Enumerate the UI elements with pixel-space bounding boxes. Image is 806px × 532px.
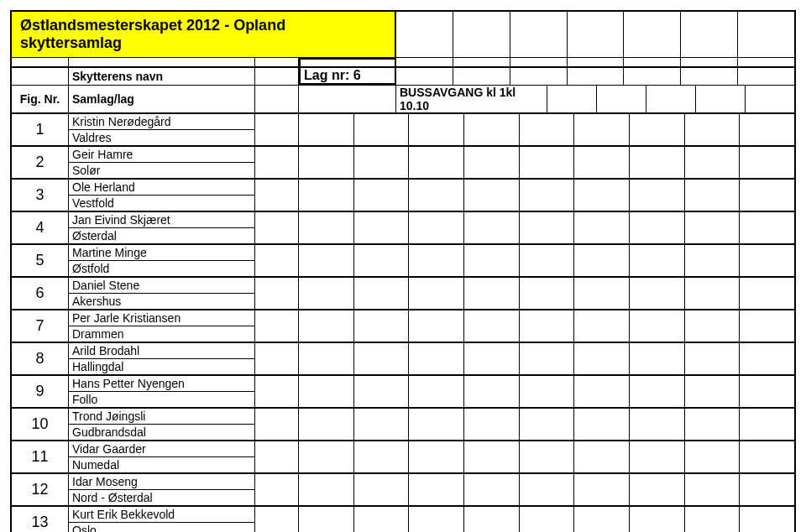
- shooter-name: Arild Brodahl: [69, 343, 254, 359]
- grid-cell: [354, 180, 410, 211]
- col-header-name: Skytterens navn: [69, 68, 255, 85]
- shooter-name: Jan Eivind Skjæret: [69, 212, 254, 228]
- shooter-club: Oslo: [69, 523, 254, 532]
- grid-cell: [409, 212, 464, 243]
- grid-cell: [630, 278, 685, 309]
- shooter-club: Numedal: [69, 457, 254, 472]
- row-grid: [299, 474, 794, 505]
- row-flag: [255, 278, 299, 309]
- grid-cell: [740, 507, 794, 532]
- grid-cell: [574, 114, 630, 145]
- grid-cell: [464, 212, 520, 243]
- grid-cell: [510, 12, 568, 57]
- grid-cell: [685, 343, 741, 374]
- grid-cell: [740, 441, 794, 472]
- grid-cell: [547, 86, 597, 112]
- grid-cell: [685, 409, 741, 440]
- name-club-cell: Idar MosengNord - Østerdal: [69, 474, 255, 505]
- shooter-club: Follo: [69, 392, 254, 407]
- grid-cell: [624, 68, 681, 85]
- grid-cell: [685, 441, 741, 472]
- shooter-club: Akershus: [69, 294, 254, 309]
- grid-cell: [738, 58, 794, 66]
- grid-cell: [520, 376, 575, 407]
- grid-cell: [464, 441, 520, 472]
- spacer-row: [12, 58, 794, 68]
- grid-cell: [520, 212, 575, 243]
- grid-cell: [681, 68, 738, 85]
- grid-cell: [630, 180, 685, 211]
- row-flag: [255, 180, 299, 211]
- grid-cell: [464, 114, 520, 145]
- lag-number: Lag nr: 6: [299, 68, 396, 85]
- grid-cell: [396, 58, 453, 66]
- row-number: 12: [12, 474, 69, 505]
- grid-cell: [409, 245, 464, 276]
- grid-cell: [630, 376, 685, 407]
- row-flag: [255, 114, 299, 145]
- grid-cell: [520, 507, 575, 532]
- grid-cell: [740, 147, 794, 178]
- grid-cell: [630, 474, 685, 505]
- grid-cell: [299, 507, 354, 532]
- grid-cell: [740, 278, 794, 309]
- row-number: 11: [12, 441, 69, 472]
- row-grid: [299, 376, 794, 407]
- grid-cell: [464, 474, 520, 505]
- row-number: 6: [12, 278, 69, 309]
- grid-cell: [574, 310, 630, 342]
- grid-cell: [409, 376, 464, 407]
- grid-cell: [299, 278, 354, 309]
- grid-cell: [354, 278, 410, 309]
- row-number: 3: [12, 180, 69, 211]
- row-number: 7: [12, 310, 69, 342]
- grid-cell: [299, 212, 354, 243]
- row-flag: [255, 245, 299, 276]
- grid-cell: [354, 507, 410, 532]
- grid-cell: [520, 343, 575, 374]
- row-grid: [299, 114, 794, 145]
- col-header-club: Samlag/lag: [69, 86, 255, 112]
- grid-cell: [738, 68, 794, 85]
- row-grid: [299, 180, 794, 211]
- shooter-name: Hans Petter Nyengen: [69, 376, 254, 392]
- grid-cell: [299, 180, 354, 211]
- grid-cell: [409, 147, 464, 178]
- name-club-cell: Daniel SteneAkershus: [69, 278, 255, 309]
- grid-cell: [354, 409, 410, 440]
- shooter-name: Geir Hamre: [69, 147, 254, 163]
- table-row: 2Geir HamreSolør: [12, 147, 794, 180]
- shooter-name: Vidar Gaarder: [69, 441, 254, 457]
- row-flag: [255, 507, 299, 532]
- name-club-cell: Trond JøingsliGudbrandsdal: [69, 409, 255, 440]
- grid-cell: [574, 180, 630, 211]
- grid-cell: [453, 58, 510, 66]
- shooter-club: Drammen: [69, 326, 254, 342]
- row-flag: [255, 310, 299, 342]
- shooter-club: Solør: [69, 163, 254, 178]
- grid-cell: [354, 343, 410, 374]
- grid-cell: [630, 310, 685, 342]
- grid-cell: [685, 376, 741, 407]
- table-row: 1Kristin NerødegårdValdres: [12, 114, 794, 147]
- table-row: 12Idar MosengNord - Østerdal: [12, 474, 794, 507]
- grid-cell: [510, 68, 568, 85]
- grid-cell: [685, 278, 741, 309]
- row-grid: [299, 278, 794, 309]
- shooter-name: Trond Jøingsli: [69, 409, 254, 425]
- grid-cell: [520, 409, 575, 440]
- grid-cell: [354, 245, 410, 276]
- row-grid: [299, 409, 794, 440]
- grid-cell: [630, 212, 685, 243]
- grid-cell: [396, 68, 453, 85]
- table-row: 9Hans Petter NyengenFollo: [12, 376, 794, 409]
- row-number: 2: [12, 147, 69, 178]
- row-flag: [255, 474, 299, 505]
- grid-cell: [681, 58, 738, 66]
- grid-cell: [464, 343, 520, 374]
- table-row: 13Kurt Erik BekkevoldOslo: [12, 507, 794, 532]
- bus-departure: BUSSAVGANG kl 1kl 10.10: [396, 86, 547, 112]
- grid-cell: [568, 68, 625, 85]
- header-row-2: Fig. Nr. Samlag/lag BUSSAVGANG kl 1kl 10…: [12, 86, 794, 114]
- row-flag: [255, 212, 299, 243]
